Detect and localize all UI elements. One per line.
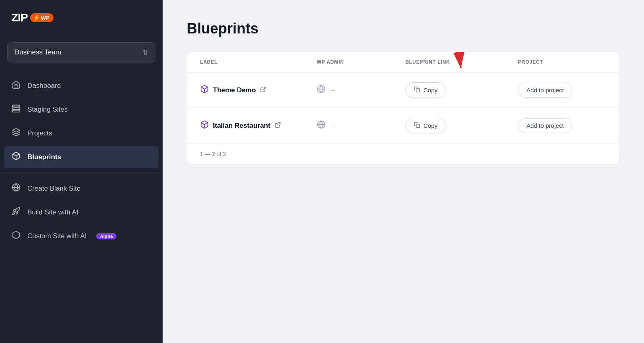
svg-rect-0	[12, 105, 20, 107]
copy-doc-icon-2	[414, 122, 420, 129]
sidebar-item-create-blank-site[interactable]: Create Blank Site	[0, 177, 163, 200]
blueprints-table-card: LABEL WP ADMIN BLUEPRINT LINK PROJECT Th…	[187, 52, 620, 165]
wp-admin-cell-1: →	[317, 85, 405, 96]
rocket-icon	[11, 207, 21, 218]
logo-area: ZIP ⚡ WP	[0, 0, 163, 34]
sidebar-item-dashboard[interactable]: Dashboard	[0, 74, 163, 98]
add-to-project-label-2: Add to project	[526, 122, 564, 129]
projects-label: Projects	[27, 129, 52, 137]
copy-doc-icon-1	[414, 86, 420, 94]
dashboard-label: Dashboard	[27, 82, 61, 90]
alpha-badge: Alpha	[96, 233, 116, 239]
team-selector[interactable]: Business Team ⇅	[7, 42, 155, 62]
table-row: Italian Restaurant → Copy	[187, 108, 619, 143]
col-wp-admin: WP ADMIN	[317, 59, 405, 65]
house-icon	[11, 80, 21, 91]
wordpress-icon-1	[317, 85, 326, 96]
staging-sites-label: Staging Sites	[27, 106, 68, 114]
external-link-icon-2[interactable]	[275, 122, 281, 129]
server-icon	[11, 104, 21, 115]
sidebar-item-build-site-ai[interactable]: Build Site with AI	[0, 200, 163, 224]
table-header: LABEL WP ADMIN BLUEPRINT LINK PROJECT	[187, 52, 619, 73]
theme-demo-text: Theme Demo	[213, 86, 256, 94]
svg-line-12	[277, 123, 280, 125]
add-to-project-label-1: Add to project	[526, 87, 564, 94]
layers-icon	[11, 128, 21, 139]
svg-line-8	[262, 87, 265, 90]
logo-badge-text: WP	[41, 15, 50, 21]
team-name: Business Team	[15, 48, 61, 56]
blueprints-label: Blueprints	[27, 153, 61, 161]
cube-icon	[11, 152, 21, 162]
create-blank-site-label: Create Blank Site	[27, 185, 80, 193]
custom-site-ai-label: Custom Site with AI	[27, 232, 87, 240]
copy-button-2[interactable]: Copy	[405, 118, 446, 133]
svg-rect-10	[416, 89, 420, 92]
wp-circle-icon	[11, 183, 21, 194]
italian-restaurant-text: Italian Restaurant	[213, 122, 270, 130]
logo-badge: ⚡ WP	[30, 13, 54, 22]
page-title: Blueprints	[187, 20, 620, 37]
logo-text: ZIP	[11, 11, 28, 24]
col-project: PROJECT	[518, 59, 607, 65]
col-blueprint-link: BLUEPRINT LINK	[405, 59, 518, 65]
build-site-ai-label: Build Site with AI	[27, 208, 78, 216]
row-label-italian-restaurant: Italian Restaurant	[200, 120, 317, 131]
add-to-project-button-1[interactable]: Add to project	[518, 83, 572, 98]
project-cell-2: Add to project	[518, 118, 607, 133]
project-cell-1: Add to project	[518, 83, 607, 98]
sidebar-item-staging-sites[interactable]: Staging Sites	[0, 98, 163, 121]
svg-rect-14	[416, 124, 420, 128]
blueprint-cube-icon	[200, 85, 209, 96]
sidebar-item-blueprints[interactable]: Blueprints	[4, 146, 159, 168]
sidebar: ZIP ⚡ WP Business Team ⇅ Dashboard Stagi…	[0, 0, 163, 343]
arrow-right-icon-2: →	[330, 122, 336, 129]
nav-divider	[0, 172, 163, 173]
sidebar-item-projects[interactable]: Projects	[0, 121, 163, 145]
main-nav: Dashboard Staging Sites Projects Bluepri…	[0, 71, 163, 343]
blueprint-link-cell-1: Copy	[405, 82, 518, 98]
chevron-icon: ⇅	[142, 49, 148, 56]
external-link-icon[interactable]	[260, 86, 266, 94]
copy-button-1[interactable]: Copy	[405, 82, 446, 98]
svg-rect-2	[12, 110, 20, 112]
copy-label-1: Copy	[423, 87, 438, 94]
lightning-icon: ⚡	[33, 15, 40, 21]
col-label: LABEL	[200, 59, 317, 65]
svg-marker-3	[12, 129, 20, 132]
wp-admin-cell-2: →	[317, 120, 405, 131]
row-label-theme-demo: Theme Demo	[200, 85, 317, 96]
sidebar-item-custom-site-ai[interactable]: Custom Site with AI Alpha	[0, 224, 163, 248]
main-content: Blueprints LABEL WP ADMIN BLUEPRINT LINK…	[163, 0, 644, 343]
copy-label-2: Copy	[423, 122, 438, 129]
pagination: 1 — 2 of 2	[187, 143, 619, 164]
pagination-text: 1 — 2 of 2	[200, 151, 226, 157]
blueprint-cube-icon-2	[200, 120, 209, 131]
cube-outline-icon	[11, 231, 21, 241]
add-to-project-button-2[interactable]: Add to project	[518, 118, 572, 133]
table-row: Theme Demo → Copy	[187, 73, 619, 108]
arrow-right-icon-1: →	[330, 87, 336, 94]
blueprint-link-cell-2: Copy	[405, 118, 518, 133]
svg-rect-1	[12, 108, 20, 110]
wordpress-icon-2	[317, 120, 326, 131]
